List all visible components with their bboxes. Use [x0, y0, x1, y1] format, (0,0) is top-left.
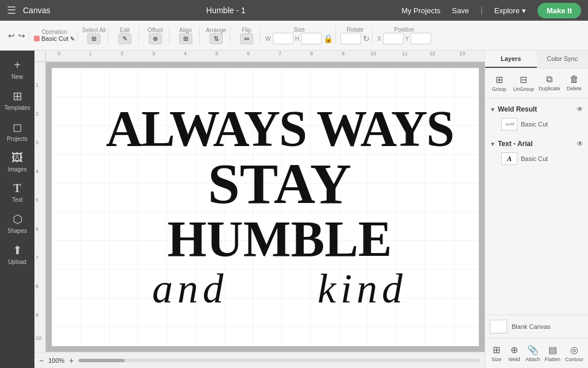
ruler-h-9: 9: [342, 51, 345, 56]
canvas[interactable]: ALWAYS WAYS STAY HUMBLE and kind: [46, 62, 485, 352]
text-arial-header[interactable]: ▼ Text - Arial 👁: [490, 137, 583, 150]
undo-button[interactable]: ↩: [7, 30, 16, 41]
lock-icon[interactable]: 🔒: [323, 34, 333, 43]
size-bottom-label: Size: [492, 356, 502, 362]
sidebar-label-new: New: [11, 74, 23, 80]
horizontal-scrollbar[interactable]: [79, 359, 480, 362]
ruler-h-7: 7: [278, 51, 281, 56]
size-icon: ⊞: [493, 344, 500, 355]
arrange-label: Arrange: [206, 27, 226, 33]
select-all-group: Select All ⊞: [80, 27, 109, 44]
y-input[interactable]: [411, 33, 431, 44]
make-it-button[interactable]: Make It: [537, 3, 581, 18]
sidebar-item-upload[interactable]: ⬆ Upload: [2, 240, 32, 269]
explore-button[interactable]: Explore ▾: [490, 4, 531, 17]
weld-bottom-button[interactable]: ⊕ Weld: [506, 342, 522, 365]
sidebar-label-text: Text: [12, 197, 22, 203]
text-and-kind: and kind: [152, 266, 407, 312]
ungroup-label: UnGroup: [513, 86, 534, 92]
arrange-item: Arrange ⇅: [204, 27, 227, 44]
weld-preview: 𝑤𝑒𝑙𝑑: [501, 118, 517, 131]
right-panel: Layers Color Sync ⊞ Group ⊟ UnGroup ⧉ Du…: [485, 51, 588, 368]
weld-basic-cut-item[interactable]: 𝑤𝑒𝑙𝑑 Basic Cut: [490, 116, 583, 133]
redo-button[interactable]: ↪: [17, 30, 26, 41]
zoom-level: 100%: [48, 357, 64, 364]
duplicate-icon: ⧉: [546, 74, 552, 85]
ruler-h-2: 2: [121, 51, 123, 56]
delete-label: Delete: [567, 86, 582, 91]
panel-tabs: Layers Color Sync: [485, 51, 588, 68]
sidebar-item-templates[interactable]: ⊞ Templates: [2, 86, 32, 114]
operation-group: Operation Basic Cut ✎: [32, 29, 78, 42]
duplicate-button[interactable]: ⧉ Duplicate: [537, 72, 562, 94]
edit-button[interactable]: ✎: [118, 33, 131, 44]
sidebar-item-text[interactable]: T Text: [2, 178, 32, 206]
topbar-left: ☰ Canvas: [7, 4, 50, 17]
sidebar-item-projects[interactable]: ◻ Projects: [2, 117, 32, 145]
ruler-v-7: 7: [36, 255, 38, 260]
height-input[interactable]: [301, 33, 322, 44]
offset-label: Offset: [148, 27, 163, 33]
weld-result-eye-icon[interactable]: 👁: [577, 105, 583, 113]
contour-button[interactable]: ◎ Contour: [564, 342, 585, 365]
sidebar-label-projects: Projects: [7, 136, 28, 142]
attach-label: Attach: [525, 356, 540, 362]
ruler-h-5: 5: [215, 51, 218, 56]
tab-color-sync[interactable]: Color Sync: [537, 51, 589, 68]
offset-item: Offset ⊕: [144, 27, 167, 44]
weld-result-header[interactable]: ▼ Weld Result 👁: [490, 103, 583, 116]
text-stay: STAY: [208, 155, 351, 213]
project-name: Humble - 1: [206, 6, 245, 15]
size-bottom-button[interactable]: ⊞ Size: [489, 342, 504, 365]
ruler-h-0: 0: [57, 51, 60, 56]
operation-edit-icon[interactable]: ✎: [70, 36, 75, 42]
weld-result-group: ▼ Weld Result 👁 𝑤𝑒𝑙𝑑 Basic Cut: [485, 101, 588, 135]
ruler-h-6: 6: [247, 51, 250, 56]
text-preview-a: A: [507, 155, 512, 163]
arrange-group: Arrange ⇅: [202, 27, 230, 44]
divider: |: [481, 5, 483, 16]
width-input[interactable]: [273, 33, 293, 44]
arrange-button[interactable]: ⇅: [210, 33, 223, 44]
rotate-input[interactable]: [341, 33, 361, 44]
my-projects-link[interactable]: My Projects: [401, 6, 440, 15]
select-all-button[interactable]: ⊞: [87, 33, 100, 44]
sidebar-item-new[interactable]: + New: [2, 55, 32, 83]
ungroup-button[interactable]: ⊟ UnGroup: [512, 72, 535, 94]
ruler-v-3: 3: [36, 140, 38, 145]
text-basic-cut-item[interactable]: A Basic Cut: [490, 150, 583, 167]
text-arial-eye-icon[interactable]: 👁: [577, 140, 583, 148]
offset-group: Offset ⊕: [141, 27, 169, 44]
sidebar-item-images[interactable]: 🖼 Images: [2, 148, 32, 176]
delete-icon: 🗑: [570, 74, 579, 85]
zoom-out-button[interactable]: −: [39, 356, 44, 365]
blank-canvas-label: Blank Canvas: [512, 323, 551, 330]
flip-button[interactable]: ⇔: [240, 33, 253, 44]
flatten-label: Flatten: [544, 356, 560, 362]
group-button[interactable]: ⊞ Group: [489, 72, 509, 94]
edit-label: Edit: [120, 27, 130, 33]
delete-button[interactable]: 🗑 Delete: [564, 72, 585, 94]
text-arial-name: Text - Arial: [498, 140, 574, 148]
duplicate-label: Duplicate: [539, 86, 560, 91]
toolbar: ↩ ↪ Operation Basic Cut ✎ Select All ⊞ E…: [0, 21, 588, 51]
save-button[interactable]: Save: [447, 4, 474, 17]
sidebar-item-shapes[interactable]: ⬡ Shapes: [2, 209, 32, 237]
canvas-text-content[interactable]: ALWAYS WAYS STAY HUMBLE and kind: [80, 68, 479, 346]
w-label: W: [265, 36, 270, 42]
tab-layers[interactable]: Layers: [485, 51, 537, 68]
attach-button[interactable]: 📎 Attach: [524, 342, 541, 365]
x-input[interactable]: [383, 33, 404, 44]
zoom-in-button[interactable]: +: [69, 356, 74, 365]
edit-group: Edit ✎: [111, 27, 139, 44]
contour-icon: ◎: [570, 344, 578, 355]
canvas-white: ALWAYS WAYS STAY HUMBLE and kind: [52, 68, 479, 346]
ruler-h-12: 12: [430, 51, 435, 56]
offset-button[interactable]: ⊕: [149, 33, 162, 44]
rotate-icon[interactable]: ↻: [363, 34, 370, 43]
align-button[interactable]: ⊞: [179, 33, 192, 44]
align-group: Align ⊞: [172, 27, 200, 44]
flatten-button[interactable]: ▤ Flatten: [543, 342, 562, 365]
size-group: Size W H 🔒: [263, 26, 336, 44]
menu-icon[interactable]: ☰: [7, 4, 16, 17]
